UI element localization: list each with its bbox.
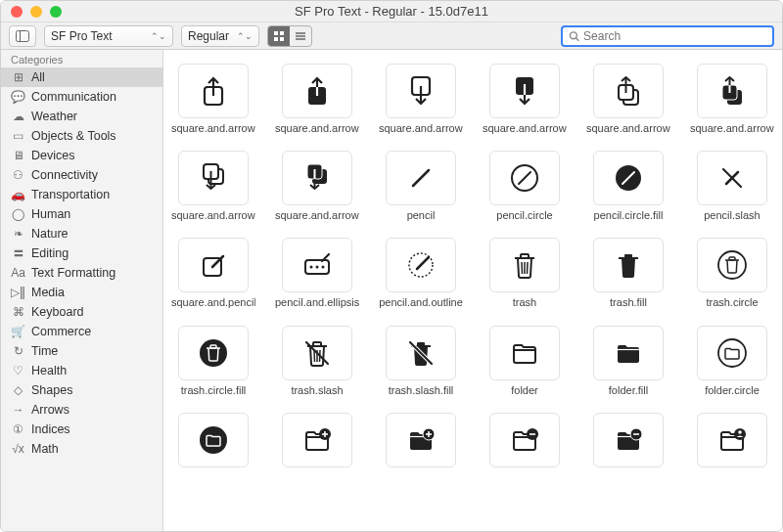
zoom-window-button[interactable] bbox=[50, 6, 62, 18]
share-up-fill-icon bbox=[300, 74, 334, 108]
symbol-cell[interactable]: pencil bbox=[378, 151, 464, 222]
window-controls bbox=[11, 6, 62, 18]
symbol-thumbnail bbox=[178, 413, 249, 467]
symbol-cell[interactable] bbox=[585, 413, 671, 471]
symbol-cell[interactable]: trash.fill bbox=[585, 238, 671, 309]
sidebar-item-shapes[interactable]: ◇Shapes bbox=[1, 380, 162, 400]
symbol-cell[interactable]: square.and.arrow.up.on.s... bbox=[585, 64, 671, 135]
symbol-cell[interactable]: trash.circle.fill bbox=[170, 326, 256, 397]
toolbar: SF Pro Text ⌃⌄ Regular ⌃⌄ bbox=[1, 22, 782, 50]
symbol-cell[interactable]: trash.circle bbox=[689, 238, 775, 309]
symbol-cell[interactable]: square.and.arrow.up.fill bbox=[274, 64, 360, 135]
symbol-label: trash.slash bbox=[291, 384, 343, 397]
sidebar-item-label: Shapes bbox=[31, 383, 72, 397]
symbol-cell[interactable]: trash.slash.fill bbox=[378, 326, 464, 397]
symbol-label: square.and.arrow.up bbox=[171, 122, 255, 135]
symbol-cell[interactable]: square.and.arrow.down.fill bbox=[482, 64, 568, 135]
font-weight-select[interactable]: Regular ⌃⌄ bbox=[181, 25, 259, 47]
sidebar-item-weather[interactable]: ☁︎Weather bbox=[1, 107, 162, 126]
sidebar-item-label: Keyboard bbox=[31, 305, 84, 319]
leaf-icon: ❧ bbox=[11, 228, 25, 241]
sidebar-item-keyboard[interactable]: ⌘Keyboard bbox=[1, 302, 162, 322]
symbol-label: square.and.arrow.down.o... bbox=[275, 209, 359, 222]
list-view-button[interactable] bbox=[290, 26, 311, 46]
symbol-label: trash.circle.fill bbox=[181, 384, 247, 397]
arrow-icon: → bbox=[11, 404, 25, 417]
sidebar-item-text-formatting[interactable]: AaText Formatting bbox=[1, 263, 162, 283]
sidebar-item-communication[interactable]: 💬Communication bbox=[1, 87, 162, 107]
sidebar-toggle-button[interactable] bbox=[9, 25, 36, 47]
symbol-label: folder.circle bbox=[705, 384, 760, 397]
symbol-cell[interactable]: square.and.arrow.down bbox=[378, 64, 464, 135]
sidebar-item-commerce[interactable]: 🛒Commerce bbox=[1, 322, 162, 341]
share-up-icon bbox=[197, 74, 230, 108]
square-pencil-icon bbox=[197, 248, 230, 282]
text-formatting-icon: Aa bbox=[11, 267, 25, 280]
symbol-label: square.and.arrow.up.fill bbox=[275, 122, 359, 135]
symbol-cell[interactable]: pencil.and.outline bbox=[378, 238, 464, 309]
sidebar-item-label: Media bbox=[31, 286, 65, 299]
sidebar-item-all[interactable]: ⊞All bbox=[1, 67, 162, 87]
trash-fill-icon bbox=[612, 248, 645, 282]
symbol-cell[interactable]: folder bbox=[482, 326, 568, 397]
sidebar-item-editing[interactable]: 〓Editing bbox=[1, 244, 162, 263]
sidebar-item-nature[interactable]: ❧Nature bbox=[1, 224, 162, 244]
sidebar-item-math[interactable]: √xMath bbox=[1, 439, 162, 459]
search-field[interactable] bbox=[561, 25, 774, 47]
desktop-icon: 🖥 bbox=[11, 150, 25, 162]
symbol-label: trash.slash.fill bbox=[389, 384, 454, 397]
folder-person-icon bbox=[715, 423, 749, 457]
symbol-cell[interactable]: trash bbox=[482, 238, 568, 309]
symbol-label: square.and.arrow.down.o... bbox=[171, 209, 255, 222]
symbol-cell[interactable]: square.and.arrow.up bbox=[170, 64, 256, 135]
symbol-cell[interactable]: square.and.arrow.down.o... bbox=[170, 151, 256, 222]
symbol-thumbnail bbox=[593, 64, 664, 118]
sidebar-item-connectivity[interactable]: ⚇Connectivity bbox=[1, 165, 162, 185]
symbol-cell[interactable]: pencil.circle bbox=[482, 151, 568, 222]
symbol-cell[interactable] bbox=[274, 413, 360, 471]
sidebar-item-transportation[interactable]: 🚗Transportation bbox=[1, 185, 162, 204]
sidebar-item-label: Weather bbox=[31, 110, 77, 123]
search-input[interactable] bbox=[583, 29, 766, 43]
sidebar-icon bbox=[16, 30, 29, 42]
symbol-cell[interactable] bbox=[689, 413, 775, 471]
sidebar-item-health[interactable]: ♡Health bbox=[1, 361, 162, 380]
share-up-on-fill-icon bbox=[715, 74, 749, 108]
folder-plus-icon bbox=[300, 423, 334, 457]
sidebar-item-indices[interactable]: ①Indices bbox=[1, 420, 162, 439]
symbol-grid-scroller[interactable]: square.and.arrow.upsquare.and.arrow.up.f… bbox=[163, 50, 782, 531]
symbol-cell[interactable]: square.and.arrow.up.on.s... bbox=[689, 64, 775, 135]
sidebar-item-devices[interactable]: 🖥Devices bbox=[1, 146, 162, 165]
symbol-cell[interactable]: square.and.pencil bbox=[170, 238, 256, 309]
symbol-thumbnail bbox=[178, 326, 249, 380]
grid-view-button[interactable] bbox=[268, 26, 290, 46]
sidebar-item-objects-tools[interactable]: ▭Objects & Tools bbox=[1, 126, 162, 146]
folder-icon bbox=[508, 336, 541, 370]
folder-minus-icon bbox=[508, 423, 541, 457]
minimize-window-button[interactable] bbox=[30, 6, 42, 18]
symbol-cell[interactable]: pencil.and.ellipsis.rectan... bbox=[274, 238, 360, 309]
symbol-thumbnail bbox=[489, 413, 560, 467]
symbol-thumbnail bbox=[489, 238, 560, 292]
sidebar-item-label: Math bbox=[31, 442, 59, 456]
sidebar-item-arrows[interactable]: →Arrows bbox=[1, 400, 162, 420]
symbol-cell[interactable]: trash.slash bbox=[274, 326, 360, 397]
symbol-cell[interactable]: pencil.slash bbox=[689, 151, 775, 222]
symbol-thumbnail bbox=[697, 326, 767, 380]
symbol-cell[interactable]: pencil.circle.fill bbox=[585, 151, 671, 222]
svg-rect-74 bbox=[274, 31, 278, 35]
symbol-cell[interactable] bbox=[378, 413, 464, 471]
symbol-cell[interactable] bbox=[482, 413, 568, 471]
symbol-cell[interactable]: folder.circle bbox=[689, 326, 775, 397]
close-window-button[interactable] bbox=[11, 6, 23, 18]
symbol-label: trash.circle bbox=[706, 296, 758, 309]
sidebar-item-media[interactable]: ▷ǁMedia bbox=[1, 283, 162, 302]
sidebar-item-human[interactable]: ◯Human bbox=[1, 204, 162, 224]
symbol-cell[interactable]: square.and.arrow.down.o... bbox=[274, 151, 360, 222]
symbol-cell[interactable]: folder.fill bbox=[585, 326, 671, 397]
font-family-select[interactable]: SF Pro Text ⌃⌄ bbox=[44, 25, 173, 47]
symbol-cell[interactable] bbox=[170, 413, 256, 471]
symbol-thumbnail bbox=[386, 413, 456, 467]
symbol-label: pencil.and.ellipsis.rectan... bbox=[275, 296, 359, 309]
sidebar-item-time[interactable]: ↻Time bbox=[1, 341, 162, 361]
